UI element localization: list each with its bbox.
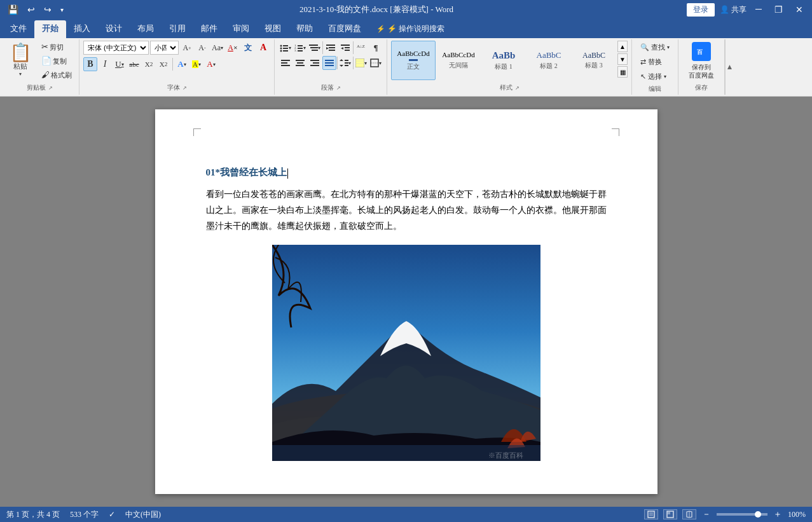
- login-button[interactable]: 登录: [687, 3, 715, 17]
- bullet-list-button[interactable]: ▾: [279, 41, 292, 55]
- read-mode-button[interactable]: [682, 509, 696, 519]
- tab-baidu[interactable]: 百度网盘: [320, 20, 369, 38]
- tab-mailings[interactable]: 邮件: [193, 20, 225, 38]
- style-no-spacing[interactable]: AaBbCcDd 无间隔: [436, 41, 481, 80]
- justify-button[interactable]: [322, 56, 336, 70]
- font-expand-icon[interactable]: ↗: [182, 85, 187, 91]
- tab-view[interactable]: 视图: [257, 20, 289, 38]
- align-center-button[interactable]: [293, 56, 307, 70]
- redo-icon[interactable]: ↪: [41, 3, 54, 17]
- select-button[interactable]: ↖ 选择 ▾: [636, 70, 671, 83]
- shading-button[interactable]: ▾: [354, 56, 368, 70]
- zoom-slider[interactable]: [717, 513, 767, 516]
- tab-design[interactable]: 设计: [98, 20, 130, 38]
- ribbon-collapse-button[interactable]: ▲: [725, 39, 734, 95]
- align-left-button[interactable]: [279, 56, 292, 70]
- copy-button[interactable]: 📄 复制: [38, 55, 75, 67]
- styles-expand-icon[interactable]: ↗: [515, 85, 520, 91]
- font-name-select[interactable]: 宋体 (中文正文): [83, 41, 149, 55]
- superscript-button[interactable]: X2: [156, 57, 170, 71]
- border-button[interactable]: ▾: [369, 56, 383, 70]
- save-icon[interactable]: 💾: [5, 3, 21, 17]
- change-case-button[interactable]: Aa▾: [210, 41, 224, 55]
- show-formatting-button[interactable]: ¶: [369, 41, 383, 55]
- spelling-icon[interactable]: ✓: [109, 510, 115, 519]
- minimize-button[interactable]: ─: [752, 3, 766, 16]
- text-effect-button[interactable]: A ▾: [175, 57, 189, 71]
- tab-review[interactable]: 审阅: [225, 20, 257, 38]
- line-spacing-button[interactable]: ▾: [338, 56, 352, 70]
- share-button[interactable]: 👤 共享: [720, 4, 747, 15]
- style-heading1[interactable]: AaBb 标题 1: [481, 41, 526, 80]
- style-h3-name: 标题 3: [585, 61, 603, 70]
- find-button[interactable]: 🔍 查找 ▾: [636, 41, 674, 54]
- underline-button[interactable]: U ▾: [113, 57, 127, 71]
- save-to-baidu-button[interactable]: 百 保存到百度网盘: [682, 41, 720, 80]
- document-body[interactable]: 看到一位白发苍苍的画家画鹰。在北方特有的那种干爆湛蓝的天空下，苍劲古朴的长城默默…: [206, 186, 607, 235]
- divider: [172, 58, 173, 71]
- paste-dropdown-icon: ▾: [19, 71, 22, 77]
- print-layout-button[interactable]: [644, 509, 658, 519]
- multilevel-list-button[interactable]: ▾: [308, 41, 322, 55]
- numbered-list-button[interactable]: 1.2.3. ▾: [293, 41, 307, 55]
- tab-home[interactable]: 开始: [34, 20, 66, 38]
- svg-rect-7: [298, 45, 303, 46]
- style-normal[interactable]: AaBbCcDd 正文: [391, 41, 436, 80]
- font-A-button[interactable]: A: [256, 41, 270, 55]
- styles-more-button[interactable]: ▦: [617, 66, 628, 78]
- font-color-button[interactable]: A ▾: [204, 57, 218, 71]
- copy-icon: 📄: [41, 56, 52, 66]
- paragraph-label-text: 段落: [321, 83, 334, 92]
- subscript-button[interactable]: X2: [142, 57, 156, 71]
- zoom-out-button[interactable]: －: [701, 509, 712, 520]
- customize-quick-access[interactable]: ▾: [58, 5, 66, 15]
- ribbon-tabs: 文件 开始 插入 设计 布局 引用 邮件 审阅 视图 帮助 百度网盘 ⚡ ⚡ 操…: [0, 19, 812, 38]
- restore-button[interactable]: ❐: [771, 3, 787, 17]
- edit-group-label: 编辑: [636, 83, 674, 95]
- replace-button[interactable]: ⇄ 替换: [636, 55, 666, 69]
- document-image[interactable]: ※百度百科: [272, 245, 540, 461]
- paste-button[interactable]: 📋 粘贴 ▾: [4, 41, 37, 80]
- font-grow-button[interactable]: A+: [180, 41, 194, 55]
- font-size-select[interactable]: 小四: [150, 41, 179, 55]
- statusbar: 第 1 页，共 4 页 533 个字 ✓ 中文(中国) － ＋ 100%: [0, 507, 812, 522]
- font-label-text: 字体: [167, 83, 180, 92]
- increase-indent-button[interactable]: [338, 41, 352, 55]
- zoom-in-button[interactable]: ＋: [773, 509, 783, 520]
- font-color-a-button[interactable]: 文: [241, 41, 255, 55]
- tab-help[interactable]: 帮助: [289, 20, 320, 38]
- align-right-button[interactable]: [308, 56, 322, 70]
- style-heading3[interactable]: AaBbC 标题 3: [572, 41, 616, 80]
- format-painter-button[interactable]: 🖌 格式刷: [38, 69, 75, 81]
- highlight-color-button[interactable]: A ▾: [189, 57, 203, 71]
- edit-content: 🔍 查找 ▾ ⇄ 替换 ↖ 选择 ▾: [636, 41, 674, 83]
- sort-button[interactable]: A↓Z: [354, 41, 368, 55]
- edit-group: 🔍 查找 ▾ ⇄ 替换 ↖ 选择 ▾ 编辑: [632, 39, 678, 95]
- strikethrough-button[interactable]: abc: [127, 57, 141, 71]
- bold-button[interactable]: B: [83, 57, 97, 71]
- tab-references[interactable]: 引用: [162, 20, 193, 38]
- tab-search[interactable]: ⚡ ⚡ 操作说明搜索: [369, 21, 452, 38]
- clipboard-expand-icon[interactable]: ↗: [48, 85, 53, 91]
- para-divider2: [353, 41, 354, 54]
- font-shrink-button[interactable]: A-: [195, 41, 209, 55]
- style-nospacing-preview: AaBbCcDd: [442, 51, 474, 59]
- undo-icon[interactable]: ↩: [25, 3, 38, 17]
- zoom-slider-thumb[interactable]: [755, 511, 761, 518]
- italic-button[interactable]: I: [98, 57, 112, 71]
- document-area[interactable]: | 01*我曾经在长城上 看到一位白发苍苍的画家画鹰。在北方特有的那种干爆湛蓝的…: [0, 97, 812, 507]
- style-heading2[interactable]: AaBbC 标题 2: [526, 41, 571, 80]
- document-heading[interactable]: 01*我曾经在长城上: [206, 167, 607, 179]
- web-layout-button[interactable]: [663, 509, 677, 519]
- styles-scroll-down[interactable]: ▼: [617, 53, 628, 65]
- cut-button[interactable]: ✂ 剪切: [38, 41, 75, 53]
- tab-file[interactable]: 文件: [3, 20, 34, 38]
- svg-rect-1: [283, 45, 288, 46]
- clear-formatting-button[interactable]: A ✕: [226, 41, 240, 55]
- tab-insert[interactable]: 插入: [66, 20, 98, 38]
- decrease-indent-button[interactable]: [324, 41, 338, 55]
- tab-layout[interactable]: 布局: [130, 20, 162, 38]
- close-button[interactable]: ✕: [792, 3, 807, 17]
- paragraph-expand-icon[interactable]: ↗: [336, 85, 341, 91]
- styles-scroll-up[interactable]: ▲: [617, 41, 628, 52]
